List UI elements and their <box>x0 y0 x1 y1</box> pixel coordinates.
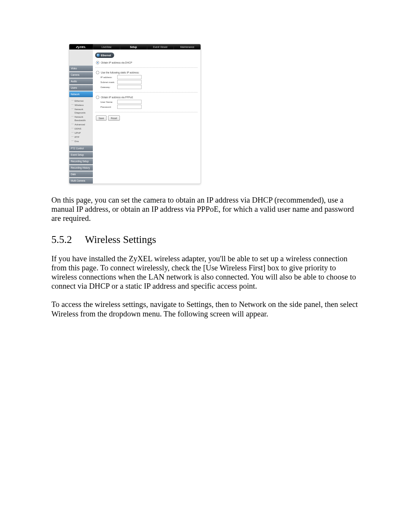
panel-tab-ethernet: Ethernet <box>95 53 114 58</box>
button-row: Save Reset <box>96 115 198 121</box>
label-gateway: Gateway: <box>100 86 116 88</box>
top-nav: LiveView Setup Event Viewer Maintenance <box>93 44 201 50</box>
app-topbar: ZyXEL LiveView Setup Event Viewer Mainte… <box>69 44 201 50</box>
radio-pppoe[interactable] <box>96 96 99 99</box>
tree-network-diagnostic[interactable]: Network Diagnostic <box>72 107 93 115</box>
brand-logo: ZyXEL <box>69 44 93 50</box>
ethernet-settings-screenshot: ZyXEL LiveView Setup Event Viewer Mainte… <box>69 44 201 184</box>
section-title: Wireless Settings <box>85 234 156 246</box>
label-ip: IP address: <box>100 76 116 78</box>
section-pppoe: Obtain IP address via PPPoE User Name: P… <box>95 93 198 112</box>
input-ip[interactable] <box>117 75 142 79</box>
sidebar: Video Camera Audio Users Network Etherne… <box>69 50 93 184</box>
save-button[interactable]: Save <box>96 115 107 121</box>
tree-ethernet[interactable]: Ethernet <box>72 99 93 103</box>
document-page: ZyXEL LiveView Setup Event Viewer Mainte… <box>0 0 411 350</box>
sidebar-item-camera[interactable]: Camera <box>69 72 93 78</box>
input-password[interactable] <box>117 105 142 109</box>
tree-network-bandwidth[interactable]: Network Bandwidth <box>72 115 93 122</box>
sidebar-item-recording-history[interactable]: Recording History <box>69 165 93 171</box>
label-dhcp: Obtain IP address via DHCP <box>101 61 132 64</box>
sidebar-item-date[interactable]: Date <box>69 171 93 177</box>
tree-advanced[interactable]: Advanced <box>72 122 93 126</box>
nav-maintenance[interactable]: Maintenance <box>174 44 201 50</box>
panel-tab-label: Ethernet <box>101 54 111 57</box>
input-gateway[interactable] <box>117 85 142 89</box>
tree-ddns[interactable]: DDNS <box>72 126 93 131</box>
nav-liveview[interactable]: LiveView <box>93 44 120 50</box>
section-static: Use the following static IP address: IP … <box>95 68 198 93</box>
radio-static[interactable] <box>96 71 99 74</box>
sidebar-item-audio[interactable]: Audio <box>69 78 93 84</box>
sidebar-item-users[interactable]: Users <box>69 85 93 91</box>
paragraph-ethernet-description: On this page, you can set the camera to … <box>51 195 360 223</box>
globe-icon <box>97 54 100 57</box>
ethernet-panel: Ethernet Obtain IP address via DHCP Use … <box>93 50 201 184</box>
app-body: Video Camera Audio Users Network Etherne… <box>69 50 201 184</box>
sidebar-item-ptz[interactable]: PTZ Control <box>69 145 93 151</box>
paragraph-wireless-description: If you have installed the ZyXEL wireless… <box>51 254 360 291</box>
label-pppoe: Obtain IP address via PPPoE <box>101 96 133 99</box>
tree-rtp[interactable]: RTP <box>72 135 93 139</box>
nav-setup[interactable]: Setup <box>120 44 147 50</box>
label-static: Use the following static IP address: <box>101 71 139 74</box>
sidebar-item-event-setup[interactable]: Event Setup <box>69 152 93 158</box>
tree-wireless[interactable]: Wireless <box>72 103 93 107</box>
input-username[interactable] <box>117 100 142 104</box>
sidebar-item-recording-setup[interactable]: Recording Setup <box>69 158 93 164</box>
label-subnet: Subnet mask: <box>100 81 116 83</box>
radio-dhcp[interactable] <box>96 61 99 64</box>
tree-upnp[interactable]: UPnP <box>72 131 93 135</box>
reset-button[interactable]: Reset <box>108 115 119 121</box>
section-dhcp: Obtain IP address via DHCP <box>95 58 198 68</box>
section-heading-5-5-2: 5.5.2 Wireless Settings <box>51 234 360 246</box>
section-number: 5.5.2 <box>51 234 72 246</box>
sidebar-item-video[interactable]: Video <box>69 66 93 71</box>
sidebar-item-multi-camera[interactable]: Multi-Camera <box>69 178 93 184</box>
input-subnet[interactable] <box>117 80 142 84</box>
network-subtree: Ethernet Wireless Network Diagnostic Net… <box>69 97 93 145</box>
nav-eventviewer[interactable]: Event Viewer <box>147 44 174 50</box>
label-password: Password: <box>100 105 116 108</box>
paragraph-wireless-navigation: To access the wireless settings, navigat… <box>51 300 360 318</box>
tree-dns[interactable]: Dns <box>72 139 93 143</box>
label-username: User Name: <box>100 101 116 103</box>
sidebar-item-network[interactable]: Network <box>69 91 93 97</box>
